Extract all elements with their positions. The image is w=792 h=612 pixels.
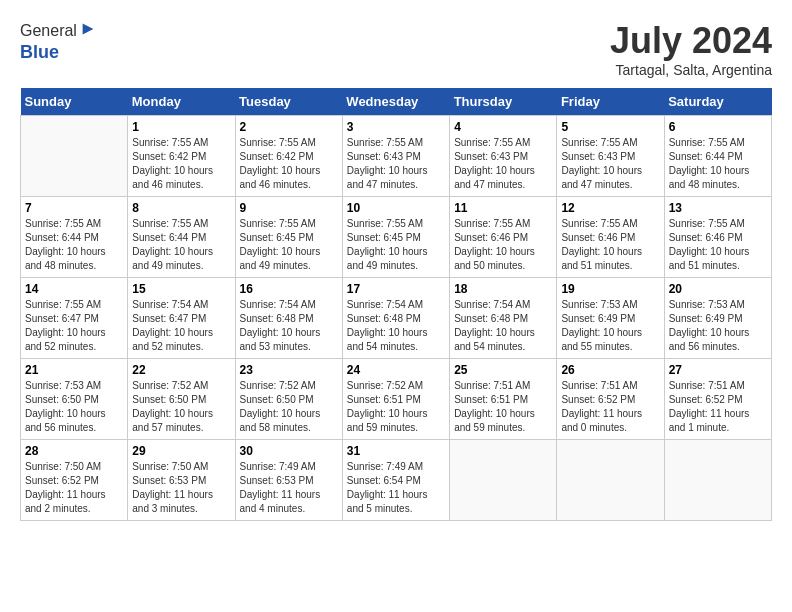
- header-friday: Friday: [557, 88, 664, 116]
- day-info: Sunrise: 7:55 AM Sunset: 6:44 PM Dayligh…: [132, 217, 230, 273]
- day-info: Sunrise: 7:51 AM Sunset: 6:51 PM Dayligh…: [454, 379, 552, 435]
- day-number: 31: [347, 444, 445, 458]
- day-info: Sunrise: 7:55 AM Sunset: 6:43 PM Dayligh…: [454, 136, 552, 192]
- header-tuesday: Tuesday: [235, 88, 342, 116]
- day-info: Sunrise: 7:53 AM Sunset: 6:49 PM Dayligh…: [669, 298, 767, 354]
- day-number: 23: [240, 363, 338, 377]
- calendar-cell: 18Sunrise: 7:54 AM Sunset: 6:48 PM Dayli…: [450, 278, 557, 359]
- day-info: Sunrise: 7:55 AM Sunset: 6:46 PM Dayligh…: [669, 217, 767, 273]
- day-number: 13: [669, 201, 767, 215]
- calendar-table: SundayMondayTuesdayWednesdayThursdayFrid…: [20, 88, 772, 521]
- title-area: July 2024 Tartagal, Salta, Argentina: [610, 20, 772, 78]
- calendar-cell: 20Sunrise: 7:53 AM Sunset: 6:49 PM Dayli…: [664, 278, 771, 359]
- day-info: Sunrise: 7:52 AM Sunset: 6:51 PM Dayligh…: [347, 379, 445, 435]
- calendar-cell: 27Sunrise: 7:51 AM Sunset: 6:52 PM Dayli…: [664, 359, 771, 440]
- calendar-week-row: 21Sunrise: 7:53 AM Sunset: 6:50 PM Dayli…: [21, 359, 772, 440]
- calendar-cell: 10Sunrise: 7:55 AM Sunset: 6:45 PM Dayli…: [342, 197, 449, 278]
- day-info: Sunrise: 7:55 AM Sunset: 6:45 PM Dayligh…: [347, 217, 445, 273]
- calendar-cell: 17Sunrise: 7:54 AM Sunset: 6:48 PM Dayli…: [342, 278, 449, 359]
- day-info: Sunrise: 7:53 AM Sunset: 6:49 PM Dayligh…: [561, 298, 659, 354]
- day-info: Sunrise: 7:55 AM Sunset: 6:46 PM Dayligh…: [454, 217, 552, 273]
- logo-arrow-icon: [79, 20, 97, 38]
- day-number: 2: [240, 120, 338, 134]
- calendar-cell: 5Sunrise: 7:55 AM Sunset: 6:43 PM Daylig…: [557, 116, 664, 197]
- calendar-week-row: 14Sunrise: 7:55 AM Sunset: 6:47 PM Dayli…: [21, 278, 772, 359]
- day-info: Sunrise: 7:55 AM Sunset: 6:43 PM Dayligh…: [561, 136, 659, 192]
- day-info: Sunrise: 7:55 AM Sunset: 6:44 PM Dayligh…: [25, 217, 123, 273]
- day-number: 6: [669, 120, 767, 134]
- day-number: 12: [561, 201, 659, 215]
- day-info: Sunrise: 7:49 AM Sunset: 6:54 PM Dayligh…: [347, 460, 445, 516]
- calendar-cell: 16Sunrise: 7:54 AM Sunset: 6:48 PM Dayli…: [235, 278, 342, 359]
- calendar-cell: [664, 440, 771, 521]
- day-number: 24: [347, 363, 445, 377]
- logo-blue-text: Blue: [20, 42, 59, 62]
- day-info: Sunrise: 7:52 AM Sunset: 6:50 PM Dayligh…: [240, 379, 338, 435]
- calendar-cell: 12Sunrise: 7:55 AM Sunset: 6:46 PM Dayli…: [557, 197, 664, 278]
- day-info: Sunrise: 7:54 AM Sunset: 6:48 PM Dayligh…: [240, 298, 338, 354]
- month-year-title: July 2024: [610, 20, 772, 62]
- calendar-cell: 2Sunrise: 7:55 AM Sunset: 6:42 PM Daylig…: [235, 116, 342, 197]
- header-wednesday: Wednesday: [342, 88, 449, 116]
- calendar-header-row: SundayMondayTuesdayWednesdayThursdayFrid…: [21, 88, 772, 116]
- calendar-cell: 26Sunrise: 7:51 AM Sunset: 6:52 PM Dayli…: [557, 359, 664, 440]
- calendar-cell: 22Sunrise: 7:52 AM Sunset: 6:50 PM Dayli…: [128, 359, 235, 440]
- day-info: Sunrise: 7:49 AM Sunset: 6:53 PM Dayligh…: [240, 460, 338, 516]
- day-number: 5: [561, 120, 659, 134]
- calendar-week-row: 28Sunrise: 7:50 AM Sunset: 6:52 PM Dayli…: [21, 440, 772, 521]
- day-info: Sunrise: 7:51 AM Sunset: 6:52 PM Dayligh…: [669, 379, 767, 435]
- calendar-cell: 13Sunrise: 7:55 AM Sunset: 6:46 PM Dayli…: [664, 197, 771, 278]
- day-number: 18: [454, 282, 552, 296]
- day-info: Sunrise: 7:55 AM Sunset: 6:44 PM Dayligh…: [669, 136, 767, 192]
- day-number: 16: [240, 282, 338, 296]
- calendar-cell: 8Sunrise: 7:55 AM Sunset: 6:44 PM Daylig…: [128, 197, 235, 278]
- calendar-cell: 15Sunrise: 7:54 AM Sunset: 6:47 PM Dayli…: [128, 278, 235, 359]
- day-info: Sunrise: 7:53 AM Sunset: 6:50 PM Dayligh…: [25, 379, 123, 435]
- calendar-cell: 23Sunrise: 7:52 AM Sunset: 6:50 PM Dayli…: [235, 359, 342, 440]
- calendar-cell: 1Sunrise: 7:55 AM Sunset: 6:42 PM Daylig…: [128, 116, 235, 197]
- header-saturday: Saturday: [664, 88, 771, 116]
- day-number: 8: [132, 201, 230, 215]
- calendar-cell: 31Sunrise: 7:49 AM Sunset: 6:54 PM Dayli…: [342, 440, 449, 521]
- calendar-cell: 25Sunrise: 7:51 AM Sunset: 6:51 PM Dayli…: [450, 359, 557, 440]
- day-number: 11: [454, 201, 552, 215]
- calendar-cell: 11Sunrise: 7:55 AM Sunset: 6:46 PM Dayli…: [450, 197, 557, 278]
- header-sunday: Sunday: [21, 88, 128, 116]
- calendar-cell: 4Sunrise: 7:55 AM Sunset: 6:43 PM Daylig…: [450, 116, 557, 197]
- day-number: 3: [347, 120, 445, 134]
- day-number: 9: [240, 201, 338, 215]
- day-number: 30: [240, 444, 338, 458]
- calendar-cell: 19Sunrise: 7:53 AM Sunset: 6:49 PM Dayli…: [557, 278, 664, 359]
- day-info: Sunrise: 7:50 AM Sunset: 6:53 PM Dayligh…: [132, 460, 230, 516]
- day-number: 26: [561, 363, 659, 377]
- calendar-cell: 29Sunrise: 7:50 AM Sunset: 6:53 PM Dayli…: [128, 440, 235, 521]
- day-info: Sunrise: 7:55 AM Sunset: 6:42 PM Dayligh…: [132, 136, 230, 192]
- logo: General Blue: [20, 20, 97, 63]
- day-info: Sunrise: 7:54 AM Sunset: 6:48 PM Dayligh…: [347, 298, 445, 354]
- day-number: 21: [25, 363, 123, 377]
- day-number: 4: [454, 120, 552, 134]
- calendar-week-row: 1Sunrise: 7:55 AM Sunset: 6:42 PM Daylig…: [21, 116, 772, 197]
- day-info: Sunrise: 7:55 AM Sunset: 6:42 PM Dayligh…: [240, 136, 338, 192]
- svg-marker-0: [83, 24, 94, 35]
- day-info: Sunrise: 7:54 AM Sunset: 6:47 PM Dayligh…: [132, 298, 230, 354]
- calendar-cell: [21, 116, 128, 197]
- header-monday: Monday: [128, 88, 235, 116]
- day-number: 19: [561, 282, 659, 296]
- calendar-cell: 30Sunrise: 7:49 AM Sunset: 6:53 PM Dayli…: [235, 440, 342, 521]
- day-number: 28: [25, 444, 123, 458]
- calendar-cell: [450, 440, 557, 521]
- day-info: Sunrise: 7:52 AM Sunset: 6:50 PM Dayligh…: [132, 379, 230, 435]
- calendar-cell: 14Sunrise: 7:55 AM Sunset: 6:47 PM Dayli…: [21, 278, 128, 359]
- day-info: Sunrise: 7:55 AM Sunset: 6:43 PM Dayligh…: [347, 136, 445, 192]
- day-number: 25: [454, 363, 552, 377]
- day-number: 27: [669, 363, 767, 377]
- calendar-cell: 28Sunrise: 7:50 AM Sunset: 6:52 PM Dayli…: [21, 440, 128, 521]
- calendar-cell: 6Sunrise: 7:55 AM Sunset: 6:44 PM Daylig…: [664, 116, 771, 197]
- calendar-cell: 7Sunrise: 7:55 AM Sunset: 6:44 PM Daylig…: [21, 197, 128, 278]
- day-info: Sunrise: 7:55 AM Sunset: 6:47 PM Dayligh…: [25, 298, 123, 354]
- calendar-cell: 24Sunrise: 7:52 AM Sunset: 6:51 PM Dayli…: [342, 359, 449, 440]
- header-thursday: Thursday: [450, 88, 557, 116]
- calendar-cell: [557, 440, 664, 521]
- day-number: 7: [25, 201, 123, 215]
